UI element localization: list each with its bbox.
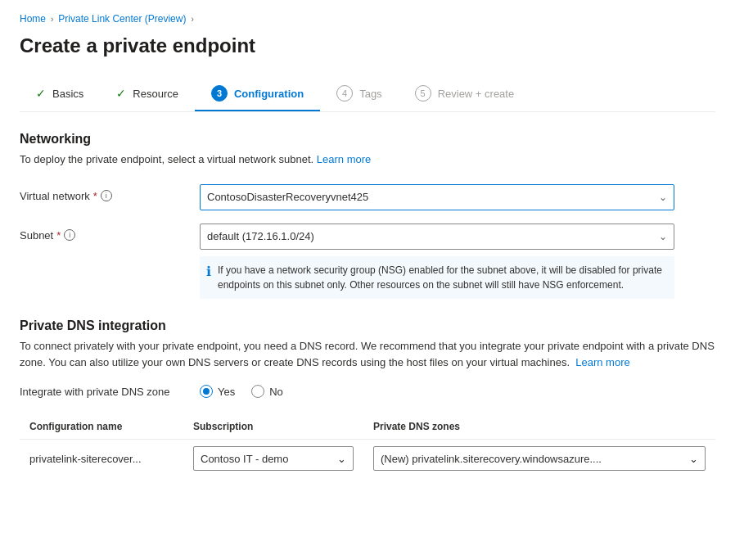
- breadcrumb: Home › Private Link Center (Preview) ›: [20, 13, 715, 25]
- tags-num: 4: [336, 85, 353, 102]
- dns-subscription-dropdown[interactable]: Contoso IT - demo ⌄: [193, 446, 354, 471]
- basics-check-icon: ✓: [36, 87, 46, 100]
- tab-review[interactable]: 5 Review + create: [399, 77, 531, 111]
- virtual-network-value: ContosoDisasterRecoveryvnet425: [207, 191, 368, 203]
- virtual-network-control: ContosoDisasterRecoveryvnet425 ⌄: [200, 184, 674, 210]
- dns-col-name: Configuration name: [20, 414, 183, 440]
- dns-config-name: privatelink-siterecover...: [20, 440, 183, 478]
- dns-zone-chevron: ⌄: [689, 453, 698, 465]
- tab-resource[interactable]: ✓ Resource: [100, 79, 195, 110]
- wizard-tabs: ✓ Basics ✓ Resource 3 Configuration 4 Ta…: [20, 77, 715, 112]
- dns-no-label: No: [269, 386, 283, 398]
- virtual-network-dropdown[interactable]: ContosoDisasterRecoveryvnet425 ⌄: [200, 184, 674, 210]
- dns-yes-option[interactable]: Yes: [200, 385, 235, 398]
- dns-zone-dropdown[interactable]: (New) privatelink.siterecovery.windowsaz…: [373, 446, 706, 471]
- dns-desc: To connect privately with your private e…: [20, 338, 715, 373]
- review-num: 5: [415, 85, 431, 102]
- subnet-value: default (172.16.1.0/24): [207, 230, 314, 242]
- dns-table: Configuration name Subscription Private …: [20, 414, 715, 477]
- networking-desc: To deploy the private endpoint, select a…: [20, 151, 715, 168]
- virtual-network-label: Virtual network * i: [20, 184, 200, 202]
- dns-section: Private DNS integration To connect priva…: [20, 318, 715, 478]
- nsg-info-text: If you have a network security group (NS…: [218, 263, 668, 292]
- tab-basics[interactable]: ✓ Basics: [20, 79, 100, 110]
- dns-no-option[interactable]: No: [251, 385, 283, 398]
- breadcrumb-chevron-2: ›: [191, 15, 193, 24]
- dns-zone-cell: (New) privatelink.siterecovery.windowsaz…: [363, 440, 715, 478]
- dns-zone-value: (New) privatelink.siterecovery.windowsaz…: [381, 453, 602, 465]
- table-row: privatelink-siterecover... Contoso IT - …: [20, 440, 715, 478]
- resource-check-icon: ✓: [116, 87, 126, 100]
- dns-no-radio[interactable]: [251, 385, 264, 398]
- dns-learn-more[interactable]: Learn more: [575, 356, 629, 368]
- breadcrumb-home[interactable]: Home: [20, 13, 46, 25]
- tab-resource-label: Resource: [133, 88, 178, 100]
- breadcrumb-chevron-1: ›: [51, 15, 53, 24]
- dns-yes-label: Yes: [218, 386, 235, 398]
- nsg-info-box: ℹ If you have a network security group (…: [200, 256, 674, 299]
- tab-tags-label: Tags: [359, 88, 381, 100]
- tab-basics-label: Basics: [52, 88, 83, 100]
- subnet-chevron: ⌄: [659, 231, 667, 242]
- breadcrumb-parent[interactable]: Private Link Center (Preview): [58, 13, 186, 25]
- dns-table-header: Configuration name Subscription Private …: [20, 414, 715, 440]
- virtual-network-info-icon[interactable]: i: [101, 190, 112, 201]
- virtual-network-required: *: [93, 190, 97, 202]
- dns-yes-radio-inner: [203, 388, 210, 395]
- configuration-num: 3: [211, 85, 228, 102]
- networking-title: Networking: [20, 132, 715, 147]
- dns-yes-radio[interactable]: [200, 385, 213, 398]
- page-title: Create a private endpoint: [20, 34, 715, 57]
- dns-subscription-cell: Contoso IT - demo ⌄: [183, 440, 363, 478]
- tab-tags[interactable]: 4 Tags: [320, 77, 398, 111]
- tab-configuration[interactable]: 3 Configuration: [195, 77, 320, 111]
- virtual-network-chevron: ⌄: [659, 192, 667, 203]
- networking-section: Networking To deploy the private endpoin…: [20, 132, 715, 299]
- nsg-info-icon: ℹ: [206, 264, 211, 292]
- dns-col-zones: Private DNS zones: [363, 414, 715, 440]
- subnet-dropdown[interactable]: default (172.16.1.0/24) ⌄: [200, 224, 674, 250]
- tab-review-label: Review + create: [438, 88, 515, 100]
- virtual-network-row: Virtual network * i ContosoDisasterRecov…: [20, 184, 715, 210]
- subnet-control: default (172.16.1.0/24) ⌄ ℹ If you have …: [200, 224, 674, 299]
- integrate-dns-label: Integrate with private DNS zone: [20, 386, 200, 398]
- networking-learn-more[interactable]: Learn more: [317, 153, 371, 165]
- dns-radio-group: Yes No: [200, 385, 283, 398]
- dns-subscription-chevron: ⌄: [337, 453, 346, 465]
- dns-subscription-value: Contoso IT - demo: [201, 453, 288, 465]
- subnet-label: Subnet * i: [20, 224, 200, 242]
- subnet-required: *: [56, 229, 61, 242]
- subnet-info-icon[interactable]: i: [64, 229, 75, 241]
- dns-col-subscription: Subscription: [183, 414, 363, 440]
- subnet-row: Subnet * i default (172.16.1.0/24) ⌄ ℹ I…: [20, 224, 715, 299]
- dns-title: Private DNS integration: [20, 318, 715, 333]
- integrate-dns-row: Integrate with private DNS zone Yes No: [20, 385, 715, 398]
- tab-configuration-label: Configuration: [234, 88, 304, 100]
